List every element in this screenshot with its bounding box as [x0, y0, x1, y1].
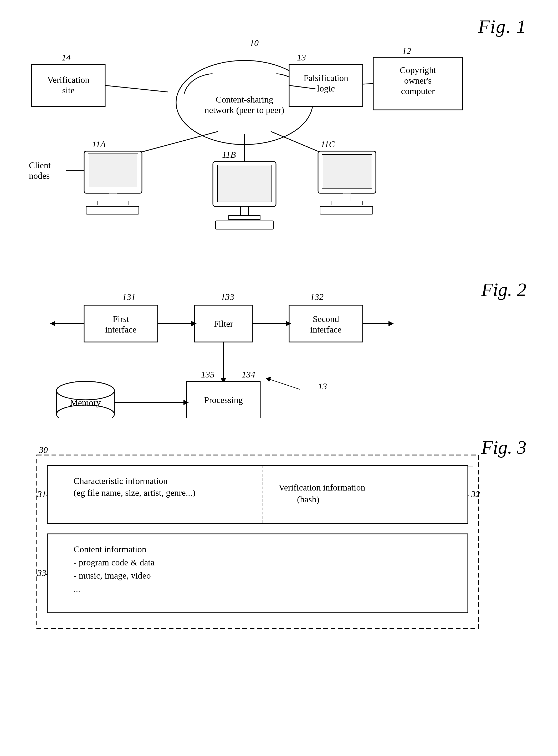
svg-text:computer: computer	[401, 86, 435, 96]
svg-point-80	[56, 381, 114, 400]
svg-rect-50	[320, 206, 373, 214]
svg-text:30: 30	[39, 445, 48, 455]
svg-text:133: 133	[221, 292, 234, 302]
svg-text:Copyright: Copyright	[400, 65, 436, 75]
svg-rect-39	[97, 201, 129, 205]
svg-rect-45	[215, 221, 273, 229]
fig3-diagram: Fig. 3 30 Characteristic information (eg…	[21, 434, 537, 644]
svg-rect-37	[88, 154, 138, 188]
svg-text:Verification: Verification	[47, 75, 90, 85]
svg-text:131: 131	[122, 292, 136, 302]
svg-text:owner's: owner's	[404, 76, 432, 85]
svg-text:(eg file name, size, artist, g: (eg file name, size, artist, genre...)	[74, 488, 196, 498]
svg-text:134: 134	[242, 370, 255, 379]
svg-text:Processing: Processing	[204, 395, 243, 405]
svg-marker-66	[50, 321, 55, 326]
svg-text:11A: 11A	[92, 139, 106, 149]
svg-text:Second: Second	[313, 314, 339, 324]
svg-text:12: 12	[402, 46, 411, 56]
svg-text:First: First	[113, 314, 129, 324]
fig2-svg: 131 133 132 135 134 13 First interface F…	[21, 276, 494, 418]
svg-text:- music, image, video: - music, image, video	[74, 571, 151, 580]
svg-text:interface: interface	[105, 325, 137, 334]
svg-rect-48	[343, 193, 351, 201]
svg-text:Client: Client	[29, 160, 51, 170]
svg-text:14: 14	[62, 53, 71, 62]
svg-text:Falsification: Falsification	[304, 73, 348, 83]
svg-text:135: 135	[201, 370, 214, 379]
page: Fig. 1 10 14 13 12 11A 11B 11C Verificat…	[0, 0, 558, 756]
svg-rect-43	[240, 206, 248, 216]
svg-rect-47	[322, 155, 372, 189]
svg-text:Memory: Memory	[70, 398, 101, 407]
fig1-svg: 10 14 13 12 11A 11B 11C Verification sit…	[21, 18, 547, 260]
svg-text:network (peer to peer): network (peer to peer)	[204, 105, 284, 115]
svg-text:- program code & data: - program code & data	[74, 557, 155, 567]
svg-line-86	[268, 379, 300, 389]
svg-text:32: 32	[471, 489, 480, 499]
fig3-svg: 30 Characteristic information (eg file n…	[21, 439, 521, 644]
svg-line-26	[105, 85, 168, 92]
svg-text:10: 10	[250, 38, 259, 48]
svg-rect-49	[331, 201, 363, 205]
svg-text:Verification information: Verification information	[279, 483, 365, 493]
svg-text:Filter: Filter	[214, 319, 233, 329]
svg-text:site: site	[62, 85, 74, 95]
svg-rect-40	[86, 206, 139, 214]
fig1-diagram: Fig. 1 10 14 13 12 11A 11B 11C Verificat…	[21, 16, 537, 266]
svg-rect-44	[229, 216, 260, 220]
svg-marker-72	[388, 321, 394, 326]
svg-text:13: 13	[297, 53, 306, 62]
svg-rect-42	[218, 165, 271, 202]
fig2-diagram: Fig. 2 131 133 132 135 134 13 First inte…	[21, 276, 537, 423]
svg-text:11C: 11C	[321, 139, 335, 149]
svg-text:logic: logic	[317, 83, 335, 93]
svg-text:interface: interface	[310, 325, 342, 334]
svg-text:11B: 11B	[222, 150, 236, 159]
svg-rect-38	[109, 193, 117, 201]
svg-text:13: 13	[318, 381, 327, 391]
svg-text:33: 33	[37, 568, 46, 578]
svg-text:31: 31	[37, 489, 46, 499]
svg-text:Content-sharing: Content-sharing	[215, 95, 273, 104]
svg-text:Characteristic information: Characteristic information	[74, 476, 168, 486]
svg-line-28	[363, 83, 373, 84]
svg-text:Content information: Content information	[74, 545, 146, 554]
svg-text:132: 132	[310, 292, 324, 302]
svg-text:...: ...	[74, 584, 80, 594]
svg-text:(hash): (hash)	[297, 495, 319, 504]
svg-text:nodes: nodes	[29, 171, 50, 181]
